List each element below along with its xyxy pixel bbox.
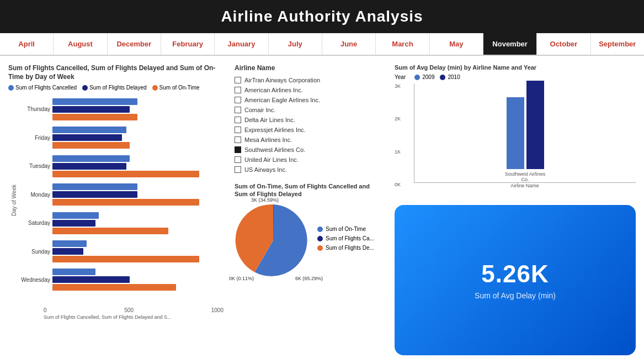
right-legend-item: 2009 bbox=[414, 74, 434, 80]
month-tab-september[interactable]: September bbox=[591, 33, 644, 55]
bar-row: Tuesday bbox=[17, 155, 223, 177]
legend-label: Sum of Flights Cancelled bbox=[15, 85, 77, 91]
legend-dot bbox=[82, 85, 88, 91]
pie-chart: 3K (34.59%) 0K (0.11%) 6K (65.29%) bbox=[235, 202, 312, 279]
year-label: Year bbox=[395, 74, 406, 80]
airline-list-item[interactable]: Comair Inc. bbox=[235, 105, 384, 115]
airline-checkbox[interactable] bbox=[235, 117, 241, 123]
pie-legend-label: Sum of On-Time bbox=[326, 226, 366, 232]
bars-group bbox=[52, 183, 223, 206]
kpi-card: 5.26K Sum of Avg Delay (min) bbox=[395, 205, 636, 355]
right-x-airline-label: Southwest Airlines Co. bbox=[503, 171, 547, 182]
bar bbox=[52, 256, 199, 262]
month-tab-february[interactable]: February bbox=[161, 33, 215, 55]
airline-checkbox[interactable] bbox=[235, 77, 241, 83]
x-axis-title: Sum of Flights Cancelled, Sum of Flights… bbox=[8, 314, 223, 320]
month-tab-march[interactable]: March bbox=[376, 33, 429, 55]
month-tab-august[interactable]: August bbox=[54, 33, 107, 55]
bar bbox=[52, 269, 95, 275]
legend-dot bbox=[8, 85, 14, 91]
pie-legend-item: Sum of Flights De... bbox=[317, 245, 374, 251]
pie-legend-dot bbox=[317, 227, 323, 232]
bar bbox=[52, 114, 137, 120]
pie-section-title: Sum of On-Time, Sum of Flights Cancelled… bbox=[235, 182, 384, 198]
right-legend-dot bbox=[440, 75, 445, 80]
pie-label-bottomright: 6K (65.29%) bbox=[295, 276, 323, 281]
month-tab-april[interactable]: April bbox=[0, 33, 54, 55]
left-chart-title: Sum of Flights Cancelled, Sum of Flights… bbox=[8, 64, 223, 81]
bar-row-label: Wednesday bbox=[17, 277, 50, 283]
right-bar-legend: Year20092010 bbox=[395, 74, 636, 80]
right-chart-area: Sum of Avg Delay (min) by Airline Name a… bbox=[395, 64, 636, 199]
month-tab-november[interactable]: November bbox=[483, 33, 537, 55]
right-y-label: 1K bbox=[395, 149, 401, 155]
bar bbox=[52, 220, 95, 227]
right-x-axis-label: Airline Name bbox=[414, 183, 636, 188]
month-tab-december[interactable]: December bbox=[108, 33, 161, 55]
airline-checkbox[interactable] bbox=[235, 166, 241, 173]
bar-chart-container: Day of Week ThursdayFridayTuesdayMondayS… bbox=[8, 95, 223, 305]
airline-checkbox[interactable] bbox=[235, 87, 241, 93]
y-axis-label: Day of Week bbox=[8, 185, 17, 216]
bar bbox=[52, 276, 130, 283]
bars-group bbox=[52, 155, 223, 177]
bars-group bbox=[52, 98, 223, 120]
right-bars-area: Southwest Airlines Co. bbox=[414, 83, 636, 183]
bar bbox=[52, 183, 137, 190]
pie-label-top: 3K (34.59%) bbox=[251, 197, 279, 203]
airline-name: Expressjet Airlines Inc. bbox=[244, 127, 306, 133]
airline-list-item[interactable]: Mesa Airlines Inc. bbox=[235, 135, 384, 145]
bar-row-label: Friday bbox=[17, 135, 50, 141]
x-axis-tick: 1000 bbox=[211, 307, 223, 313]
airline-list-item[interactable]: AirTran Airways Corporation bbox=[235, 75, 384, 85]
month-tab-october[interactable]: October bbox=[537, 33, 590, 55]
airline-checkbox[interactable] bbox=[235, 146, 241, 153]
airline-list-item[interactable]: United Air Lines Inc. bbox=[235, 155, 384, 165]
bar-row-label: Monday bbox=[17, 192, 50, 198]
bar-row-label: Sunday bbox=[17, 249, 50, 255]
bar bbox=[52, 228, 168, 234]
right-legend-dot bbox=[414, 75, 420, 80]
airline-list-item[interactable]: Southwest Airlines Co. bbox=[235, 145, 384, 155]
pie-legend-label: Sum of Flights De... bbox=[326, 245, 374, 251]
airline-list-item[interactable]: US Airways Inc. bbox=[235, 165, 384, 175]
x-axis-tick: 0 bbox=[44, 307, 47, 313]
x-axis: 05001000 bbox=[8, 305, 223, 313]
left-panel: Sum of Flights Cancelled, Sum of Flights… bbox=[6, 61, 226, 358]
bar bbox=[52, 191, 137, 198]
bar-row-label: Thursday bbox=[17, 106, 50, 112]
month-tab-june[interactable]: June bbox=[322, 33, 376, 55]
pie-legend-item: Sum of Flights Ca... bbox=[317, 235, 374, 241]
airline-list-item[interactable]: American Airlines Inc. bbox=[235, 85, 384, 95]
airline-name: United Air Lines Inc. bbox=[244, 156, 299, 163]
right-y-label: 3K bbox=[395, 83, 401, 89]
airline-checkbox[interactable] bbox=[235, 97, 241, 103]
airline-list-item[interactable]: American Eagle Airlines Inc. bbox=[235, 95, 384, 105]
bar-row-label: Tuesday bbox=[17, 163, 50, 169]
middle-panel: Airline Name AirTran Airways Corporation… bbox=[232, 61, 386, 358]
airline-checkbox[interactable] bbox=[235, 127, 241, 133]
bar bbox=[52, 240, 87, 247]
airline-list-item[interactable]: Expressjet Airlines Inc. bbox=[235, 125, 384, 135]
airline-name: American Airlines Inc. bbox=[244, 87, 303, 93]
month-tab-july[interactable]: July bbox=[269, 33, 322, 55]
bars-group bbox=[52, 127, 223, 149]
month-tab-january[interactable]: January bbox=[215, 33, 268, 55]
bar bbox=[52, 248, 83, 255]
pie-legend-item: Sum of On-Time bbox=[317, 226, 374, 232]
airline-checkbox[interactable] bbox=[235, 107, 241, 113]
bar bbox=[52, 199, 199, 206]
airline-checkbox[interactable] bbox=[235, 156, 241, 163]
airline-list-item[interactable]: Delta Air Lines Inc. bbox=[235, 115, 384, 125]
bar bbox=[52, 98, 137, 105]
month-tab-may[interactable]: May bbox=[430, 33, 483, 55]
pie-legend-dot bbox=[317, 245, 323, 251]
pie-legend-dot bbox=[317, 236, 323, 241]
bar-row-label: Saturday bbox=[17, 220, 50, 226]
airline-name: Southwest Airlines Co. bbox=[244, 146, 305, 153]
airline-name: American Eagle Airlines Inc. bbox=[244, 97, 320, 103]
airline-list: AirTran Airways CorporationAmerican Airl… bbox=[235, 75, 384, 175]
pie-legend: Sum of On-TimeSum of Flights Ca...Sum of… bbox=[317, 226, 374, 254]
airline-checkbox[interactable] bbox=[235, 136, 241, 143]
airline-name: Mesa Airlines Inc. bbox=[244, 136, 292, 143]
